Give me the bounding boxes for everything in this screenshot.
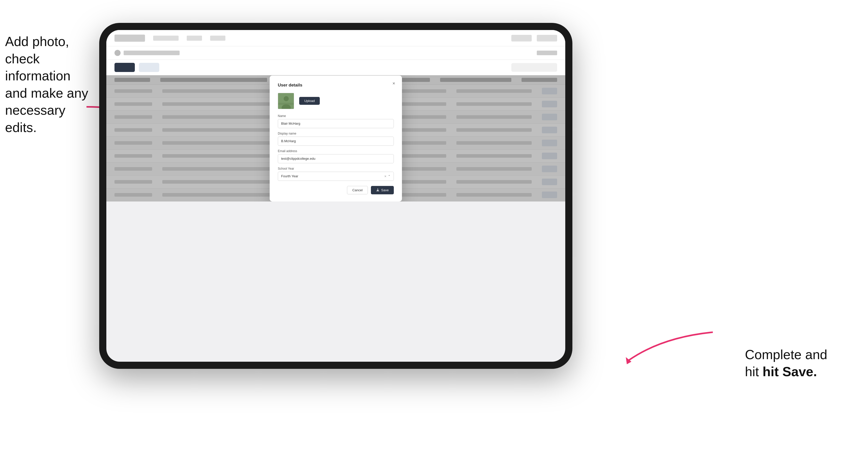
main-area: User details × [106,46,565,201]
upload-photo-button[interactable]: Upload [299,97,320,105]
svg-rect-5 [278,103,294,105]
school-year-value: Fourth Year [281,174,298,178]
action-btn-primary[interactable] [115,63,135,72]
user-details-modal: User details × [270,75,402,201]
clear-icon[interactable]: × [384,174,386,178]
app-logo [115,35,145,42]
school-year-controls: × ⌃ [384,174,391,178]
photo-section: Upload [278,93,394,109]
cancel-button[interactable]: Cancel [347,186,368,194]
header-right-btn-1[interactable] [512,35,532,41]
annotation-right: Complete and hit hit Save. [745,346,827,380]
display-name-input[interactable]: B.McHarg [278,136,394,146]
nav-item-3[interactable] [210,36,225,41]
name-field-group: Name Blair McHarg [278,114,394,128]
chevron-down-icon[interactable]: ⌃ [388,175,391,178]
breadcrumb-icon [115,50,121,56]
display-name-label: Display name [278,132,394,135]
tablet-device: User details × [99,23,572,369]
school-year-label: School Year [278,167,394,170]
name-input[interactable]: Blair McHarg [278,119,394,128]
name-label: Name [278,114,394,118]
annotation-left: Add photo, check information and make an… [5,33,92,136]
header-right [512,35,557,41]
modal-footer: Cancel Save [278,186,394,194]
email-label: Email address [278,149,394,153]
save-icon [376,188,379,192]
table-area: User details × [106,75,565,201]
tablet-screen: User details × [106,30,565,362]
user-photo-image [278,93,294,109]
nav-item-1[interactable] [153,36,179,41]
breadcrumb-text [124,51,180,55]
user-photo-thumbnail [278,93,294,109]
modal-close-button[interactable]: × [391,81,397,87]
app-header [106,30,565,46]
header-right-btn-2[interactable] [537,35,557,41]
breadcrumb-action[interactable] [537,51,557,55]
email-input[interactable]: test@clippdcollege.edu [278,154,394,163]
person-silhouette-icon [278,93,294,109]
action-btn-secondary[interactable] [139,63,159,72]
svg-point-3 [284,96,289,101]
email-field-group: Email address test@clippdcollege.edu [278,149,394,163]
save-button[interactable]: Save [371,186,394,194]
school-year-field-group: School Year Fourth Year × ⌃ [278,167,394,181]
modal-overlay: User details × [106,75,565,201]
arrow-right-indicator [624,330,715,365]
save-label: Save [381,188,389,192]
search-input[interactable] [512,63,557,72]
school-year-input[interactable]: Fourth Year × ⌃ [278,172,394,181]
nav-item-2[interactable] [187,36,202,41]
top-actions [106,60,565,75]
modal-title: User details [278,83,394,88]
display-name-field-group: Display name B.McHarg [278,132,394,146]
breadcrumb-bar [106,46,565,60]
